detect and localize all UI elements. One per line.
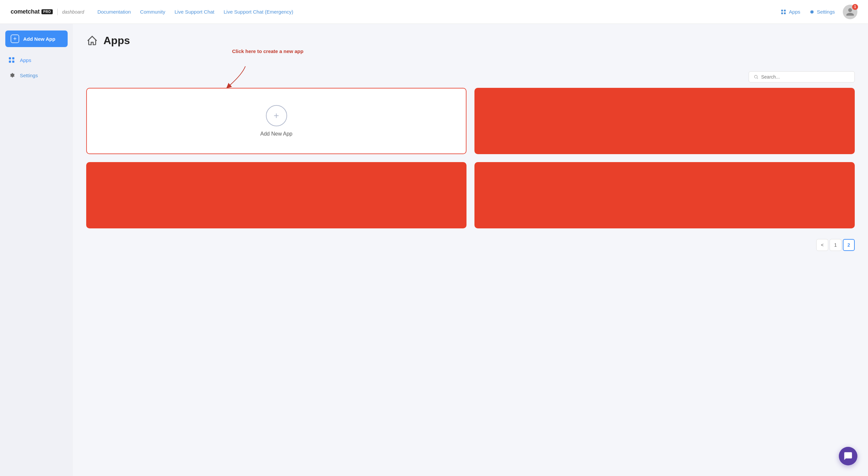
header-settings-link[interactable]: Settings	[808, 9, 835, 15]
svg-rect-6	[9, 61, 11, 63]
header: cometchat PRO dashboard Documentation Co…	[0, 0, 868, 24]
page-header: Apps	[86, 34, 855, 47]
app-card-2[interactable]	[474, 88, 855, 154]
avatar-badge: 1	[852, 4, 858, 10]
search-icon	[754, 74, 758, 80]
app-card-4[interactable]	[474, 162, 855, 228]
header-right: Apps Settings 1	[780, 5, 858, 19]
chat-bubble-icon	[843, 451, 853, 461]
add-new-app-card[interactable]: + Add New App	[86, 88, 466, 154]
header-settings-label: Settings	[817, 9, 835, 14]
add-card-label: Add New App	[260, 131, 292, 137]
pagination-page-2[interactable]: 2	[843, 239, 855, 251]
nav-documentation[interactable]: Documentation	[97, 9, 131, 14]
avatar-container[interactable]: 1	[843, 5, 858, 19]
plus-icon: +	[10, 34, 19, 43]
nav-live-support-chat[interactable]: Live Support Chat	[175, 9, 214, 14]
search-bar[interactable]	[749, 71, 855, 83]
main-content: Apps Click here to create a new app	[73, 24, 868, 476]
add-circle-icon: +	[266, 105, 287, 126]
app-card-3[interactable]	[86, 162, 466, 228]
page-title: Apps	[103, 34, 130, 47]
svg-rect-3	[784, 12, 785, 14]
svg-rect-5	[12, 57, 14, 59]
logo-name: cometchat	[10, 8, 39, 15]
svg-point-9	[754, 75, 757, 78]
header-apps-link[interactable]: Apps	[780, 9, 800, 15]
layout: + Add New App Apps Settings	[0, 24, 868, 476]
header-nav: Documentation Community Live Support Cha…	[97, 9, 780, 14]
svg-rect-4	[9, 57, 11, 59]
settings-icon	[8, 72, 15, 79]
sidebar-settings-label: Settings	[20, 72, 38, 78]
chat-bubble-button[interactable]	[839, 447, 858, 466]
annotation-container: Click here to create a new app	[86, 55, 855, 71]
logo-dashboard: dashboard	[62, 9, 84, 14]
pagination-prev[interactable]: <	[816, 239, 828, 251]
logo-pro-badge: PRO	[41, 9, 52, 14]
svg-rect-1	[784, 10, 785, 11]
search-input[interactable]	[761, 74, 850, 80]
pagination-page-1[interactable]: 1	[830, 239, 841, 251]
sidebar-item-settings[interactable]: Settings	[0, 68, 73, 83]
apps-icon	[8, 56, 15, 64]
sidebar: + Add New App Apps Settings	[0, 24, 73, 476]
apps-grid-icon	[780, 9, 786, 15]
nav-community[interactable]: Community	[140, 9, 165, 14]
add-new-app-label: Add New App	[23, 36, 55, 42]
svg-rect-2	[781, 12, 783, 14]
svg-rect-0	[781, 10, 783, 11]
pagination: < 1 2	[86, 239, 855, 251]
search-bar-wrapper	[86, 71, 855, 83]
nav-live-support-emergency[interactable]: Live Support Chat (Emergency)	[224, 9, 293, 14]
header-apps-label: Apps	[789, 9, 800, 14]
app-grid: + Add New App	[86, 88, 855, 228]
logo-divider	[57, 9, 58, 15]
sidebar-item-apps[interactable]: Apps	[0, 52, 73, 68]
home-icon	[86, 35, 98, 47]
header-settings-icon	[808, 9, 814, 15]
annotation-text: Click here to create a new app	[232, 48, 303, 55]
svg-rect-7	[12, 61, 14, 63]
sidebar-apps-label: Apps	[20, 57, 31, 63]
logo[interactable]: cometchat PRO dashboard	[10, 8, 84, 15]
add-new-app-button[interactable]: + Add New App	[5, 31, 68, 47]
